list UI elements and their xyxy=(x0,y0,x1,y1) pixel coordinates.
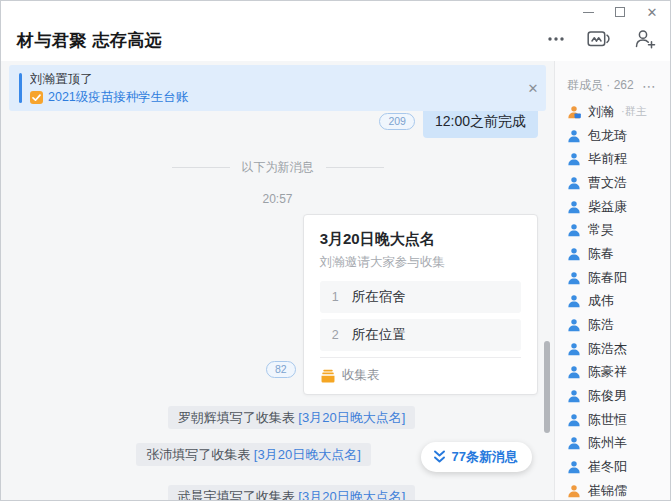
member-avatar-icon xyxy=(567,176,581,190)
member-name: 陈州羊 xyxy=(588,434,627,452)
collect-item-label: 所在宿舍 xyxy=(352,288,406,306)
member-list-item[interactable]: 包龙琦 xyxy=(555,124,670,148)
receipt-count-badge[interactable]: 209 xyxy=(379,113,415,130)
banner-close-icon[interactable]: ✕ xyxy=(520,81,546,96)
collect-card-items: 1 所在宿舍 2 所在位置 xyxy=(320,281,521,351)
system-message-link[interactable]: [3月20日晚大点名] xyxy=(298,489,405,501)
member-list-item[interactable]: 陈世恒 xyxy=(555,408,670,432)
member-list-item[interactable]: 柴益康 xyxy=(555,195,670,219)
chat-scrollbar[interactable] xyxy=(544,341,550,433)
member-name: 陈豪祥 xyxy=(588,363,627,381)
new-message-divider: 以下为新消息 xyxy=(1,158,554,176)
pinned-body: 刘瀚置顶了 2021级疫苗接种学生台账 xyxy=(30,71,520,105)
member-avatar-icon xyxy=(567,200,581,214)
system-message: 张沛填写了收集表 [3月20日晚大点名] xyxy=(136,443,371,466)
member-list-item[interactable]: 毕前程 xyxy=(555,147,670,171)
collect-item-number: 1 xyxy=(332,290,352,304)
divider-line xyxy=(326,167,384,168)
member-list-item[interactable]: 曹文浩 xyxy=(555,171,670,195)
member-name: 陈俊男 xyxy=(588,387,627,405)
member-list: 刘瀚 ·群主 包龙琦 毕前程 曹文浩 xyxy=(555,100,670,500)
system-message: 罗朝辉填写了收集表 [3月20日晚大点名] xyxy=(168,406,416,429)
pinned-banner[interactable]: 刘瀚置顶了 2021级疫苗接种学生台账 ✕ xyxy=(9,65,546,111)
member-avatar-icon xyxy=(567,129,581,143)
member-avatar-icon xyxy=(567,460,581,474)
add-member-icon[interactable] xyxy=(634,29,656,49)
member-name: 毕前程 xyxy=(588,150,627,168)
pinned-doc-link[interactable]: 2021级疫苗接种学生台账 xyxy=(48,90,188,105)
double-chevron-down-icon xyxy=(433,450,446,464)
member-list-item[interactable]: 常昊 xyxy=(555,218,670,242)
minimize-button[interactable] xyxy=(572,1,604,23)
member-name: 柴益康 xyxy=(588,198,627,216)
collect-form-label: 收集表 xyxy=(342,367,380,384)
member-avatar-icon xyxy=(567,365,581,379)
member-avatar-icon xyxy=(567,484,581,498)
sidebar-header: 群成员 · 262 ⋯ xyxy=(555,61,670,100)
pinned-doc: 2021级疫苗接种学生台账 xyxy=(30,90,520,105)
receipt-count-badge[interactable]: 82 xyxy=(266,361,296,378)
collect-card-subtitle: 刘瀚邀请大家参与收集 xyxy=(320,253,521,271)
collect-form-icon xyxy=(320,369,336,383)
member-list-item[interactable]: 陈春阳 xyxy=(555,266,670,290)
collect-card-title: 3月20日晚大点名 xyxy=(320,229,521,249)
member-avatar-icon xyxy=(567,223,581,237)
member-avatar-icon xyxy=(567,436,581,450)
main-area: 刘瀚置顶了 2021级疫苗接种学生台账 ✕ 209 12:00之前完成 以下为新… xyxy=(1,61,670,500)
member-name: 崔锦儒 xyxy=(588,482,627,500)
minimize-icon xyxy=(583,12,594,13)
collect-card-footer: 收集表 xyxy=(320,357,521,384)
member-avatar-icon xyxy=(567,294,581,308)
member-avatar-icon xyxy=(567,105,581,119)
member-avatar-icon xyxy=(567,247,581,261)
member-avatar-icon xyxy=(567,271,581,285)
member-name: 陈浩 xyxy=(588,316,614,334)
maximize-icon xyxy=(615,7,625,17)
member-list-item[interactable]: 成伟 xyxy=(555,290,670,314)
collect-form-card[interactable]: 3月20日晚大点名 刘瀚邀请大家参与收集 1 所在宿舍 2 所在位置 收集表 xyxy=(303,214,538,395)
collect-card-row: 82 3月20日晚大点名 刘瀚邀请大家参与收集 1 所在宿舍 2 所在位置 xyxy=(1,214,554,395)
system-message-link[interactable]: [3月20日晚大点名] xyxy=(254,447,361,462)
sidebar-more-icon[interactable]: ⋯ xyxy=(642,81,656,91)
new-messages-button[interactable]: 77条新消息 xyxy=(421,442,532,472)
collect-card-item: 2 所在位置 xyxy=(320,319,521,351)
member-list-item[interactable]: 陈俊男 xyxy=(555,384,670,408)
close-button[interactable]: ✕ xyxy=(636,1,668,23)
member-name: 陈浩杰 xyxy=(588,340,627,358)
collect-card-item: 1 所在宿舍 xyxy=(320,281,521,313)
member-list-item[interactable]: 陈豪祥 xyxy=(555,361,670,385)
video-call-icon[interactable] xyxy=(587,30,612,48)
member-avatar-icon xyxy=(567,389,581,403)
chat-title: 材与君聚 志存高远 xyxy=(17,29,162,52)
member-role-label: ·群主 xyxy=(621,104,647,119)
member-name: 曹文浩 xyxy=(588,174,627,192)
collect-item-label: 所在位置 xyxy=(352,326,406,344)
member-name: 陈春 xyxy=(588,245,614,263)
titlebar-actions xyxy=(547,29,656,49)
member-list-item[interactable]: 陈浩杰 xyxy=(555,337,670,361)
new-message-divider-label: 以下为新消息 xyxy=(242,159,314,176)
chat-area: 刘瀚置顶了 2021级疫苗接种学生台账 ✕ 209 12:00之前完成 以下为新… xyxy=(1,61,554,501)
pinned-accent-bar xyxy=(19,73,22,103)
system-message-link[interactable]: [3月20日晚大点名] xyxy=(298,410,405,425)
member-list-item[interactable]: 崔锦儒 xyxy=(555,479,670,500)
member-list-item[interactable]: 陈浩 xyxy=(555,313,670,337)
system-message-text: 张沛填写了收集表 xyxy=(146,447,254,462)
member-name: 包龙琦 xyxy=(588,127,627,145)
member-list-item[interactable]: 崔冬阳 xyxy=(555,455,670,479)
divider-line xyxy=(172,167,230,168)
member-count-label: 群成员 · 262 xyxy=(567,77,634,94)
member-name: 陈世恒 xyxy=(588,411,627,429)
chat-window: ✕ 材与君聚 志存高远 xyxy=(0,0,671,501)
timestamp: 20:57 xyxy=(1,192,554,208)
member-list-item[interactable]: 陈州羊 xyxy=(555,432,670,456)
collect-item-number: 2 xyxy=(332,328,352,342)
member-name: 刘瀚 xyxy=(588,103,614,121)
new-messages-label: 77条新消息 xyxy=(452,448,518,466)
more-menu-icon[interactable] xyxy=(547,36,565,42)
maximize-button[interactable] xyxy=(604,1,636,23)
member-avatar-icon xyxy=(567,342,581,356)
system-message: 武晨宇填写了收集表 [3月20日晚大点名] xyxy=(168,485,416,501)
member-list-item[interactable]: 刘瀚 ·群主 xyxy=(555,100,670,124)
member-list-item[interactable]: 陈春 xyxy=(555,242,670,266)
